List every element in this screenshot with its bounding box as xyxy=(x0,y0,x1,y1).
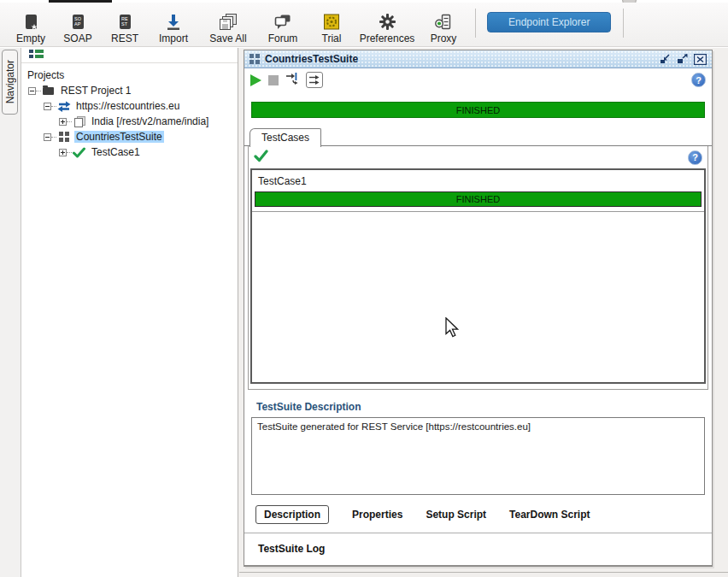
collapse-toggle-icon[interactable] xyxy=(44,133,51,141)
tree-item-label: India [/rest/v2/name/india] xyxy=(90,115,210,127)
soap-project-icon: SOAP xyxy=(69,12,86,32)
tree-root-label: Projects xyxy=(26,69,66,81)
testcase-progress-label: FINISHED xyxy=(456,194,500,204)
forum-icon xyxy=(273,12,292,32)
collapse-toggle-icon[interactable] xyxy=(44,103,51,110)
stop-testsuite-icon[interactable] xyxy=(268,75,279,85)
save-all-icon xyxy=(219,12,238,32)
trial-icon xyxy=(323,12,340,32)
close-window-icon[interactable] xyxy=(694,54,707,65)
testcase-row[interactable]: TestCase1 FINISHED xyxy=(252,170,704,212)
toolbar-separator xyxy=(623,9,624,38)
window-title: CountriesTestSuite xyxy=(265,53,358,65)
rest-resource-icon xyxy=(72,115,86,128)
collapse-toggle-icon[interactable] xyxy=(28,87,36,95)
testsuite-progress-label: FINISHED xyxy=(456,105,500,115)
project-tree-panel: Projects REST Project 1 https://restcoun… xyxy=(21,48,238,577)
toolbar-label: REST xyxy=(111,32,138,44)
testcase-progress-bar: FINISHED xyxy=(255,191,702,207)
testsuite-progress-bar: FINISHED xyxy=(251,102,705,118)
tree-item-testsuite[interactable]: CountriesTestSuite xyxy=(21,129,238,144)
trial-button[interactable]: Trial xyxy=(313,5,350,44)
testsuite-log-bar[interactable]: TestSuite Log xyxy=(244,533,712,555)
rest-project-icon: REST xyxy=(116,12,133,32)
testsuite-grid-icon xyxy=(250,54,260,64)
project-folder-icon xyxy=(41,85,56,97)
toolbar-label: Import xyxy=(159,32,188,44)
minimize-window-icon[interactable] xyxy=(660,54,671,64)
toolbar-label: Empty xyxy=(16,32,45,44)
proxy-icon xyxy=(434,12,453,32)
run-sequential-icon[interactable] xyxy=(285,72,299,88)
toolbar-label: Proxy xyxy=(431,32,457,44)
create-testcase-icon[interactable] xyxy=(254,150,268,166)
tree-item-testcase[interactable]: TestCase1 xyxy=(21,144,238,160)
tab-teardown-script[interactable]: TearDown Script xyxy=(509,509,590,521)
description-textarea[interactable]: TestSuite generated for REST Service [ht… xyxy=(251,417,705,495)
testcase-name: TestCase1 xyxy=(252,170,704,191)
tree-toolbar xyxy=(21,48,238,63)
soap-project-button[interactable]: SOAP SOAP xyxy=(58,5,97,44)
testsuite-window-titlebar[interactable]: CountriesTestSuite xyxy=(244,50,712,68)
toolbar-label: Trial xyxy=(322,32,342,44)
tree-item-label-selected: CountriesTestSuite xyxy=(74,131,164,143)
import-button[interactable]: Import xyxy=(152,5,195,44)
testcase-check-icon xyxy=(72,146,86,159)
rest-service-icon xyxy=(56,100,71,113)
workspace-desktop: Navigator Projects REST Project 1 xyxy=(0,48,728,577)
navigator-tab-label: Navigator xyxy=(4,60,16,103)
tree-item-rest-project[interactable]: REST Project 1 xyxy=(21,83,238,98)
mouse-cursor xyxy=(445,317,464,343)
import-icon xyxy=(165,12,182,32)
testsuite-window: CountriesTestSuite ? FINISHED xyxy=(244,50,713,567)
testcases-tabstrip: TestCases xyxy=(244,127,712,146)
maximize-window-icon[interactable] xyxy=(677,54,688,64)
toolbar-label: Preferences xyxy=(360,32,415,44)
tree-root-projects[interactable]: Projects xyxy=(21,68,238,83)
toolbar-separator xyxy=(475,9,476,38)
tree-options-icon[interactable] xyxy=(29,48,44,63)
forum-button[interactable]: Forum xyxy=(261,5,304,44)
svg-text:ST: ST xyxy=(121,21,128,26)
tree-item-india-request[interactable]: India [/rest/v2/name/india] xyxy=(21,114,238,129)
tree-item-label: https://restcountries.eu xyxy=(74,100,181,112)
help-icon[interactable]: ? xyxy=(688,150,702,165)
rest-project-button[interactable]: REST REST xyxy=(106,5,144,44)
preferences-icon xyxy=(379,12,396,32)
testsuite-grid-icon xyxy=(56,131,71,144)
empty-project-icon xyxy=(22,12,39,32)
help-icon[interactable]: ? xyxy=(691,73,706,87)
toolbar-label: Forum xyxy=(268,32,298,44)
tree-item-label: REST Project 1 xyxy=(59,85,132,97)
endpoint-explorer-button[interactable]: Endpoint Explorer xyxy=(487,12,611,32)
toolbar-label: SOAP xyxy=(63,32,91,44)
bottom-tabstrip: Description Properties Setup Script Tear… xyxy=(255,505,712,524)
toolbar-label: Save All xyxy=(209,32,246,44)
preferences-button[interactable]: Preferences xyxy=(359,5,415,44)
navigator-strip: Navigator xyxy=(0,48,21,577)
save-all-button[interactable]: Save All xyxy=(203,5,253,44)
empty-project-button[interactable]: Empty xyxy=(12,5,50,44)
svg-text:AP: AP xyxy=(74,21,81,26)
tab-testcases[interactable]: TestCases xyxy=(250,128,321,147)
project-tree: Projects REST Project 1 https://restcoun… xyxy=(21,63,238,160)
proxy-button[interactable]: Proxy xyxy=(424,5,463,44)
testcases-toolbar: ? xyxy=(249,146,707,168)
expand-toggle-icon[interactable] xyxy=(59,149,67,156)
navigator-tab[interactable]: Navigator xyxy=(2,50,18,115)
expand-toggle-icon[interactable] xyxy=(59,118,67,126)
tab-properties[interactable]: Properties xyxy=(352,509,402,521)
run-parallel-toggle-icon[interactable] xyxy=(306,72,323,88)
run-testsuite-icon[interactable] xyxy=(250,74,261,86)
main-toolbar: Empty SOAP SOAP REST REST Import Save Al… xyxy=(0,3,728,47)
description-section-title: TestSuite Description xyxy=(256,401,712,413)
tree-item-label: TestCase1 xyxy=(90,146,142,158)
testsuite-toolbar: ? xyxy=(244,68,712,91)
tree-item-rest-service[interactable]: https://restcountries.eu xyxy=(21,98,238,114)
testcase-list: TestCase1 FINISHED xyxy=(250,168,706,384)
tab-description[interactable]: Description xyxy=(255,505,329,524)
tab-setup-script[interactable]: Setup Script xyxy=(426,509,486,521)
testcases-panel: ? TestCase1 FINISHED xyxy=(248,146,708,390)
window-bottom-edge xyxy=(239,572,728,573)
